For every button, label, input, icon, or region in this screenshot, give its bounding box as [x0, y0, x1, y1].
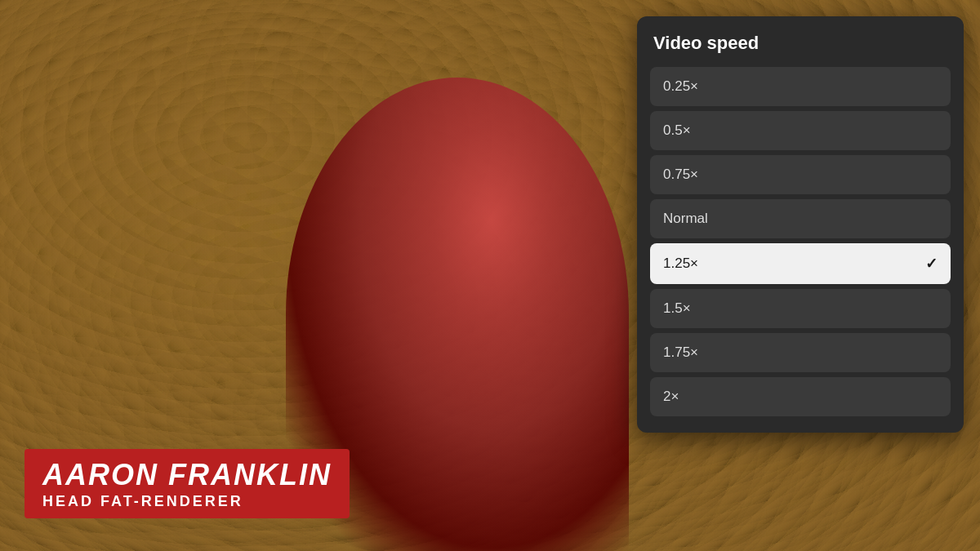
video-speed-panel: Video speed 0.25×0.5×0.75×Normal1.25×✓1.…: [637, 16, 964, 433]
speed-panel-title: Video speed: [650, 33, 951, 54]
speed-options-list: 0.25×0.5×0.75×Normal1.25×✓1.5×1.75×2×: [650, 67, 951, 416]
speed-label-1.5: 1.5×: [663, 300, 691, 317]
speed-label-1.25: 1.25×: [663, 256, 698, 272]
speed-label-0.75: 0.75×: [663, 167, 698, 183]
speed-option-1.5[interactable]: 1.5×: [650, 289, 951, 328]
selected-checkmark: ✓: [925, 255, 938, 273]
speed-option-1.75[interactable]: 1.75×: [650, 333, 951, 372]
speed-label-1.0: Normal: [663, 211, 708, 227]
speed-option-1.25[interactable]: 1.25×✓: [650, 243, 951, 284]
person-name: Aaron Franklin: [42, 460, 332, 490]
speed-label-1.75: 1.75×: [663, 344, 698, 361]
speed-label-0.25: 0.25×: [663, 78, 698, 95]
person-name-overlay: Aaron Franklin Head Fat-Renderer: [24, 449, 350, 518]
speed-option-1.0[interactable]: Normal: [650, 199, 951, 238]
speed-option-0.25[interactable]: 0.25×: [650, 67, 951, 106]
speed-label-0.5: 0.5×: [663, 122, 691, 139]
speed-option-0.75[interactable]: 0.75×: [650, 155, 951, 194]
person-title: Head Fat-Renderer: [42, 493, 332, 510]
speed-option-2.0[interactable]: 2×: [650, 377, 951, 416]
speed-label-2.0: 2×: [663, 389, 679, 405]
speed-option-0.5[interactable]: 0.5×: [650, 111, 951, 150]
